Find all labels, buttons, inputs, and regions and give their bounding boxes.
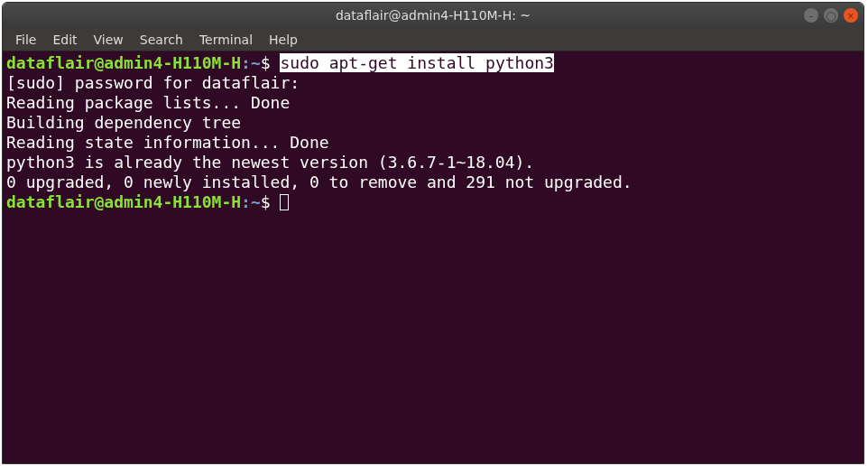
command-highlighted: sudo apt-get install python3: [280, 53, 553, 72]
close-icon: ×: [847, 11, 854, 21]
menu-view[interactable]: View: [87, 31, 131, 49]
prompt-symbol: $: [261, 53, 271, 72]
window-controls: – ◯ ×: [804, 8, 858, 23]
minimize-icon: –: [809, 11, 814, 21]
output-line-5: 0 upgraded, 0 newly installed, 0 to remo…: [6, 172, 633, 191]
output-line-2: Building dependency tree: [6, 113, 241, 132]
window-titlebar: dataflair@admin4-H110M-H: ~ – ◯ ×: [3, 3, 863, 28]
minimize-button[interactable]: –: [804, 8, 818, 23]
menu-edit[interactable]: Edit: [45, 31, 84, 49]
menu-help[interactable]: Help: [262, 31, 305, 49]
terminal-area[interactable]: dataflair@admin4-H110M-H:~$ sudo apt-get…: [3, 51, 863, 463]
output-line-4: python3 is already the newest version (3…: [6, 153, 534, 172]
prompt-user-host-2: dataflair@admin4-H110M-H: [6, 192, 241, 211]
output-line-1: Reading package lists... Done: [6, 93, 290, 112]
close-button[interactable]: ×: [844, 8, 858, 23]
prompt-user-host: dataflair@admin4-H110M-H: [6, 53, 241, 72]
window-title: dataflair@admin4-H110M-H: ~: [3, 8, 863, 23]
maximize-button[interactable]: ◯: [824, 8, 838, 23]
terminal-window: dataflair@admin4-H110M-H: ~ – ◯ × File E…: [2, 2, 864, 464]
menu-terminal[interactable]: Terminal: [192, 31, 260, 49]
prompt-symbol-2: $: [261, 192, 271, 211]
menu-file[interactable]: File: [8, 31, 43, 49]
menu-search[interactable]: Search: [133, 31, 190, 49]
prompt-path-2: ~: [251, 192, 261, 211]
prompt-separator: :: [241, 53, 251, 72]
prompt-separator-2: :: [241, 192, 251, 211]
cursor-icon: [280, 194, 289, 210]
output-line-0: [sudo] password for dataflair:: [6, 73, 300, 92]
prompt-path: ~: [251, 53, 261, 72]
output-line-3: Reading state information... Done: [6, 133, 329, 152]
maximize-icon: ◯: [826, 11, 836, 21]
menubar: File Edit View Search Terminal Help: [3, 28, 863, 51]
